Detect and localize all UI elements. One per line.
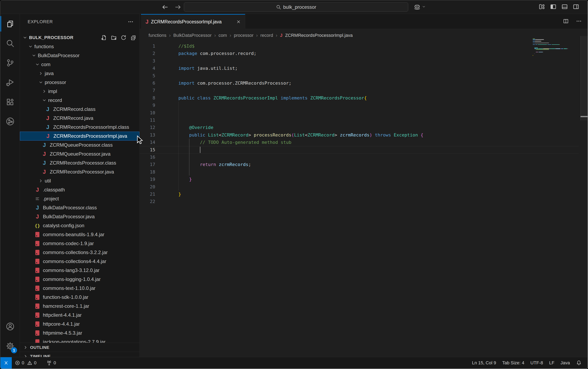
explorer-more-icon[interactable] [127, 19, 134, 25]
tree-folder-util[interactable]: util [20, 176, 139, 185]
jar-file-icon [35, 321, 40, 327]
tree-folder-impl[interactable]: impl [20, 87, 139, 96]
tree-file-jackson-annotations-2.7.9.jar[interactable]: jackson-annotations-2.7.9.jar [20, 338, 139, 343]
tree-file-ZCRMRecordsProcessor.java[interactable]: JZCRMRecordsProcessor.java [20, 167, 139, 176]
line-number: 2 [140, 50, 155, 57]
refresh-icon[interactable] [120, 34, 127, 41]
tree-file-commons-lang3-3.12.0.jar[interactable]: commons-lang3-3.12.0.jar [20, 266, 139, 275]
text-cursor [200, 147, 200, 153]
breadcrumb-item[interactable]: record [260, 33, 273, 38]
minimap-line [535, 39, 544, 40]
workspace-section-header[interactable]: BULK_PROCESSOR [20, 33, 139, 42]
editor-scrollbar[interactable] [580, 36, 588, 120]
activity-item-extensions[interactable] [0, 92, 20, 112]
tree-folder-com[interactable]: com [20, 60, 139, 69]
editor-more-icon[interactable] [576, 18, 582, 24]
new-file-icon[interactable] [101, 34, 107, 41]
breadcrumb-item[interactable]: processor [234, 33, 254, 38]
activity-item-remote-catalyst[interactable] [0, 112, 20, 131]
status-java[interactable]: Java [558, 357, 573, 369]
outline-panel-header[interactable]: OUTLINE [20, 343, 139, 352]
tree-file-commons-beanutils-1.9.4.jar[interactable]: commons-beanutils-1.9.4.jar [20, 230, 139, 239]
bell-icon[interactable] [573, 357, 585, 369]
remote-indicator[interactable] [0, 357, 12, 369]
status-utf-8[interactable]: UTF-8 [528, 357, 546, 369]
activity-item-run-and-debug[interactable] [0, 73, 20, 92]
tree-file-hamcrest-core-1.1.jar[interactable]: hamcrest-core-1.1.jar [20, 302, 139, 311]
tree-file-commons-collections4-4.4.jar[interactable]: commons-collections4-4.4.jar [20, 257, 139, 266]
activity-item-settings[interactable]: 1 [0, 336, 20, 356]
tree-file-BulkDataProcessor.class[interactable]: JBulkDataProcessor.class [20, 203, 139, 212]
tree-file-function-sdk-1.0.0.jar[interactable]: function-sdk-1.0.0.jar [20, 293, 139, 302]
code-line: return zcrmRecords; [178, 161, 251, 168]
tree-folder-processor[interactable]: processor [20, 78, 139, 87]
command-center-search[interactable]: bulk_processor [184, 2, 408, 12]
status-ln-15-col-9[interactable]: Ln 15, Col 9 [469, 357, 499, 369]
tree-file-ZCRMQueueProcessor.class[interactable]: JZCRMQueueProcessor.class [20, 141, 139, 150]
tree-file-commons-logging-1.0.4.jar[interactable]: commons-logging-1.0.4.jar [20, 275, 139, 284]
tree-item-label: commons-logging-1.0.4.jar [43, 277, 101, 282]
status-lf[interactable]: LF [546, 357, 558, 369]
line-number: 1 [140, 42, 155, 50]
tree-file-commons-text-1.10.0.jar[interactable]: commons-text-1.10.0.jar [20, 284, 139, 293]
breadcrumb-item[interactable]: com [218, 33, 227, 38]
tree-file-commons-collections-3.2.2.jar[interactable]: commons-collections-3.2.2.jar [20, 248, 139, 257]
problems-status[interactable]: 0 0 [12, 357, 40, 369]
tree-folder-functions[interactable]: functions [20, 42, 139, 51]
copilot-menu[interactable] [414, 3, 426, 10]
java-file-icon: J [35, 187, 40, 193]
customize-layout-icon[interactable] [539, 3, 545, 10]
tree-file-commons-codec-1.9.jar[interactable]: commons-codec-1.9.jar [20, 239, 139, 248]
tree-folder-java[interactable]: java [20, 69, 139, 78]
code-line: package com.processor.record; [178, 50, 256, 57]
collapse-all-icon[interactable] [130, 34, 137, 41]
tree-file-.project[interactable]: .project [20, 194, 139, 203]
activity-item-source-control[interactable] [0, 53, 20, 73]
chevron-down-icon [422, 5, 426, 9]
ports-status[interactable]: 0 [43, 357, 59, 369]
jar-file-icon [35, 259, 40, 264]
class-file-icon: J [45, 124, 50, 130]
toggle-secondary-sidebar-icon[interactable] [573, 3, 579, 10]
code-line: public List<ZCRMRecord> processRecords(L… [178, 131, 423, 139]
tree-file-httpmime-4.5.3.jar[interactable]: httpmime-4.5.3.jar [20, 328, 139, 338]
activity-item-explorer[interactable] [0, 14, 20, 34]
tab-active-file[interactable]: J ZCRMRecordsProcessorImpl.java [141, 14, 245, 29]
tree-item-label: catalyst-config.json [43, 223, 84, 228]
status-tab-size-4[interactable]: Tab Size: 4 [499, 357, 528, 369]
tree-item-label: functions [34, 44, 54, 50]
java-file-icon: J [35, 214, 40, 219]
tree-file-ZCRMRecord.java[interactable]: JZCRMRecord.java [20, 114, 139, 123]
close-icon[interactable] [236, 19, 241, 24]
tree-file-httpclient-4.4.1.jar[interactable]: httpclient-4.4.1.jar [20, 311, 139, 319]
jar-file-icon [35, 312, 40, 318]
tree-file-.classpath[interactable]: J.classpath [20, 185, 139, 194]
nav-forward-icon[interactable] [174, 3, 182, 11]
toggle-panel-icon[interactable] [561, 3, 568, 10]
new-folder-icon[interactable] [110, 34, 117, 41]
timeline-panel-header[interactable]: TIMELINE [20, 352, 139, 357]
tree-folder-record[interactable]: record [20, 96, 139, 105]
breadcrumb-item[interactable]: functions [148, 33, 167, 38]
editor-group: J ZCRMRecordsProcessorImpl.java function… [140, 14, 588, 357]
code-editor[interactable]: 1//$Id$2package com.processor.record;34i… [140, 42, 588, 357]
project-file-icon [35, 196, 40, 201]
minimap-line [533, 41, 535, 41]
tree-file-BulkDataProcessor.java[interactable]: JBulkDataProcessor.java [20, 212, 139, 221]
tree-file-ZCRMRecordsProcessorImpl.java[interactable]: JZCRMRecordsProcessorImpl.java [20, 132, 139, 141]
tree-file-ZCRMRecordsProcessorImpl.class[interactable]: JZCRMRecordsProcessorImpl.class [20, 123, 139, 132]
tree-folder-BulkDataProcessor[interactable]: BulkDataProcessor [20, 51, 139, 60]
tree-file-ZCRMRecordsProcessor.class[interactable]: JZCRMRecordsProcessor.class [20, 158, 139, 167]
tree-file-ZCRMQueueProcessor.java[interactable]: JZCRMQueueProcessor.java [20, 150, 139, 158]
split-editor-icon[interactable] [563, 18, 569, 24]
activity-item-search[interactable] [0, 34, 20, 53]
nav-back-icon[interactable] [161, 3, 169, 11]
tree-file-catalyst-config.json[interactable]: {}catalyst-config.json [20, 221, 139, 230]
breadcrumb-item[interactable]: BulkDataProcessor [173, 33, 212, 38]
activity-item-accounts[interactable] [0, 317, 20, 336]
toggle-primary-sidebar-icon[interactable] [550, 3, 557, 10]
tree-file-ZCRMRecord.class[interactable]: JZCRMRecord.class [20, 105, 139, 114]
tree-file-httpcore-4.4.1.jar[interactable]: httpcore-4.4.1.jar [20, 319, 139, 328]
breadcrumb-item[interactable]: ZCRMRecordsProcessorImpl.java [285, 33, 353, 38]
timeline-label: TIMELINE [30, 354, 51, 357]
